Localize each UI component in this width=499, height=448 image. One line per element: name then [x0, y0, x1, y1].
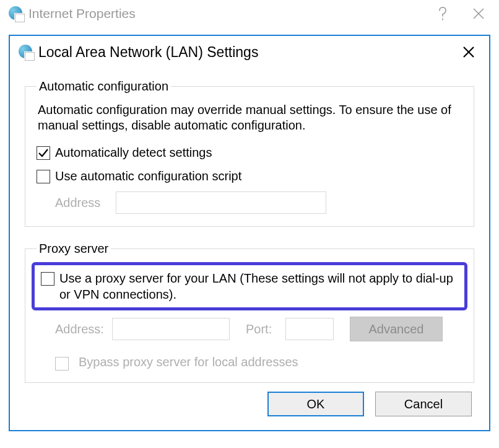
- autodetect-checkbox[interactable]: [37, 146, 50, 160]
- autoconfig-group: Automatic configuration Automatic config…: [25, 79, 474, 227]
- dialog-title: Local Area Network (LAN) Settings: [38, 44, 454, 61]
- help-button[interactable]: [425, 0, 461, 27]
- script-address-input: [116, 191, 326, 214]
- cancel-button[interactable]: Cancel: [375, 392, 472, 416]
- usescript-checkbox[interactable]: [37, 170, 50, 183]
- advanced-button: Advanced: [350, 317, 443, 341]
- parent-close-button[interactable]: [461, 0, 497, 27]
- bypass-label: Bypass proxy server for local addresses: [79, 354, 298, 370]
- dialog-titlebar: Local Area Network (LAN) Settings: [10, 36, 489, 68]
- parent-titlebar: Internet Properties: [0, 0, 499, 27]
- useproxy-label: Use a proxy server for your LAN (These s…: [59, 270, 458, 302]
- proxy-address-label: Address:: [55, 322, 107, 336]
- proxy-port-input: [285, 318, 334, 340]
- autoconfig-legend: Automatic configuration: [37, 79, 171, 94]
- lan-settings-dialog: Local Area Network (LAN) Settings Automa…: [9, 35, 490, 431]
- autoconfig-description: Automatic configuration may override man…: [37, 102, 462, 133]
- internet-options-icon: [9, 6, 24, 21]
- proxy-port-label: Port:: [246, 322, 280, 336]
- dialog-close-button[interactable]: [454, 38, 483, 66]
- proxy-address-input: [112, 318, 230, 340]
- autodetect-label: Automatically detect settings: [55, 144, 212, 160]
- ok-button[interactable]: OK: [267, 392, 364, 416]
- useproxy-checkbox[interactable]: [41, 272, 54, 286]
- useproxy-highlight: Use a proxy server for your LAN (These s…: [32, 262, 467, 310]
- usescript-label: Use automatic configuration script: [55, 168, 241, 184]
- lan-settings-icon: [19, 45, 33, 59]
- bypass-checkbox: [55, 357, 69, 371]
- proxy-group: Proxy server Use a proxy server for your…: [25, 242, 474, 383]
- parent-window-title: Internet Properties: [28, 6, 425, 21]
- proxy-legend: Proxy server: [37, 242, 111, 256]
- script-address-label: Address: [55, 196, 107, 210]
